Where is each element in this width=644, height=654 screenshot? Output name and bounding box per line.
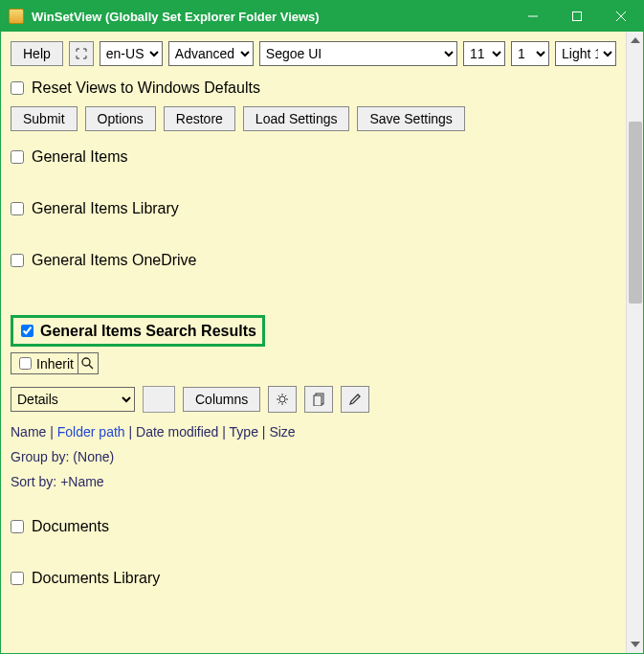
reset-row: Reset Views to Windows Defaults: [11, 79, 616, 97]
general-items-label: General Items: [32, 148, 127, 166]
copy-button[interactable]: [304, 386, 333, 413]
group-by-line: Group by: (None): [11, 449, 616, 464]
section-general-items-library: General Items Library: [11, 200, 616, 217]
scroll-up-arrow[interactable]: [627, 32, 643, 49]
top-toolbar: Help en-US Advanced Segoe UI 11 1 Light …: [11, 41, 616, 66]
app-icon: [9, 9, 24, 24]
options-button[interactable]: Options: [85, 106, 156, 131]
edit-button[interactable]: [341, 386, 369, 413]
language-select[interactable]: en-US: [100, 41, 163, 66]
col-size: Size: [269, 424, 295, 440]
general-items-checkbox[interactable]: [11, 150, 24, 164]
general-items-onedrive-checkbox[interactable]: [11, 254, 24, 267]
section-general-items: General Items: [11, 148, 616, 166]
section-general-items-search-results: General Items Search Results: [11, 315, 265, 347]
col-name: Name: [11, 424, 46, 440]
sort-by-line: Sort by: +Name: [11, 474, 616, 489]
general-items-library-checkbox[interactable]: [11, 202, 24, 215]
submit-button[interactable]: Submit: [11, 106, 78, 131]
general-items-onedrive-label: General Items OneDrive: [32, 252, 197, 269]
svg-line-5: [89, 365, 93, 369]
save-settings-button[interactable]: Save Settings: [357, 106, 464, 131]
svg-rect-8: [314, 395, 322, 406]
scroll-thumb[interactable]: [629, 122, 642, 304]
scale-select[interactable]: 1: [511, 41, 549, 66]
action-row: Submit Options Restore Load Settings Sav…: [11, 106, 616, 131]
expand-button[interactable]: [69, 41, 94, 66]
documents-library-checkbox[interactable]: [11, 572, 24, 585]
vertical-scrollbar[interactable]: [626, 32, 643, 653]
titlebar: WinSetView (Globally Set Explorer Folder…: [1, 1, 643, 32]
documents-checkbox[interactable]: [11, 520, 24, 533]
restore-button[interactable]: Restore: [164, 106, 235, 131]
spacer-box[interactable]: [143, 386, 175, 413]
columns-button[interactable]: Columns: [183, 387, 260, 412]
columns-summary: Name | Folder path | Date modified | Typ…: [11, 424, 616, 440]
scroll-down-arrow[interactable]: [627, 636, 643, 653]
font-select[interactable]: Segoe UI: [259, 41, 457, 66]
svg-marker-10: [631, 642, 640, 647]
reset-label: Reset Views to Windows Defaults: [32, 79, 260, 97]
svg-marker-9: [631, 37, 640, 43]
help-button[interactable]: Help: [11, 41, 63, 66]
svg-rect-1: [573, 12, 582, 21]
content-area: Help en-US Advanced Segoe UI 11 1 Light …: [1, 32, 626, 653]
view-row: Details Columns: [11, 386, 616, 413]
inherit-checkbox[interactable]: [19, 357, 32, 370]
section-documents-library: Documents Library: [11, 570, 616, 587]
fontsize-select[interactable]: 11: [463, 41, 505, 66]
col-date-modified: Date modified: [136, 424, 218, 440]
general-items-search-label: General Items Search Results: [40, 323, 256, 340]
load-settings-button[interactable]: Load Settings: [243, 106, 350, 131]
view-mode-select[interactable]: Details: [11, 387, 135, 412]
svg-point-6: [279, 396, 285, 402]
maximize-button[interactable]: [555, 1, 599, 32]
reset-checkbox[interactable]: [11, 81, 24, 95]
mode-select[interactable]: Advanced: [168, 41, 254, 66]
gear-button[interactable]: [268, 386, 297, 413]
close-button[interactable]: [599, 1, 643, 32]
col-folder-path[interactable]: Folder path: [57, 424, 125, 440]
documents-library-label: Documents Library: [32, 570, 160, 587]
search-icon[interactable]: [78, 357, 98, 370]
section-general-items-onedrive: General Items OneDrive: [11, 252, 616, 269]
general-items-search-checkbox[interactable]: [21, 325, 33, 337]
theme-select[interactable]: Light 1: [555, 41, 616, 66]
section-documents: Documents: [11, 518, 616, 535]
inherit-row: Inherit: [11, 352, 99, 374]
window-title: WinSetView (Globally Set Explorer Folder…: [32, 10, 511, 24]
inherit-label: Inherit: [36, 356, 74, 372]
documents-label: Documents: [32, 518, 109, 535]
col-type: Type: [230, 424, 258, 440]
general-items-library-label: General Items Library: [32, 200, 179, 217]
minimize-button[interactable]: [511, 1, 555, 32]
svg-point-4: [82, 358, 90, 366]
